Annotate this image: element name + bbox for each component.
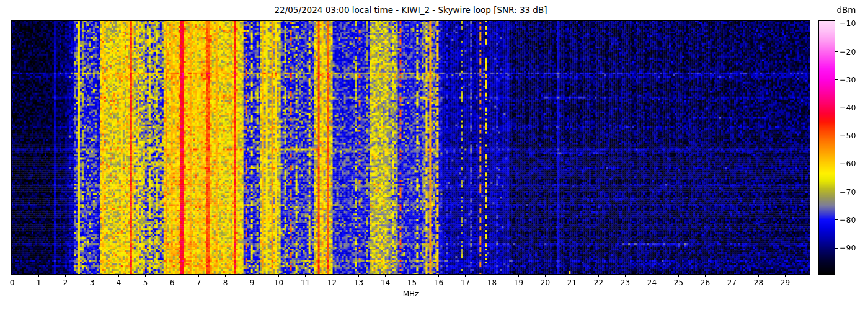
x-axis-tick-label: 22: [588, 278, 610, 287]
colorbar-tick-label: −90: [839, 243, 856, 252]
plot-title: 22/05/2024 03:00 local time - KIWI_2 - S…: [11, 5, 810, 15]
colorbar-tick-label: −80: [839, 215, 856, 224]
x-axis-tick: [572, 275, 572, 277]
x-axis-tick-label: 19: [508, 278, 530, 287]
x-axis-tick: [65, 275, 66, 277]
x-axis-tick-label: 27: [721, 278, 743, 287]
x-axis-tick: [12, 275, 12, 277]
x-axis-tick: [652, 275, 652, 277]
colorbar-label: dBm: [831, 5, 861, 15]
x-axis-tick: [92, 275, 92, 277]
colorbar-tick-label: −10: [839, 19, 856, 28]
x-axis-tick-label: 2: [55, 278, 77, 287]
x-axis-tick: [678, 275, 679, 277]
x-axis-tick: [785, 275, 786, 277]
x-axis-tick-label: 10: [268, 278, 290, 287]
x-axis-tick-label: 12: [321, 278, 343, 287]
x-axis-tick: [225, 275, 226, 277]
colorbar-tick-label: −60: [839, 159, 856, 168]
x-axis-tick: [518, 275, 519, 277]
x-axis-tick-label: 13: [348, 278, 370, 287]
colorbar-tick: [835, 219, 838, 220]
x-axis-tick: [732, 275, 732, 277]
x-axis-tick: [332, 275, 332, 277]
x-axis-tick-label: 29: [774, 278, 797, 287]
colorbar-tick-label: −70: [839, 187, 856, 197]
x-axis-tick-label: 6: [161, 278, 184, 287]
x-axis-tick-label: 16: [428, 278, 450, 287]
colorbar-tick-label: −20: [839, 47, 856, 56]
x-axis-tick: [38, 275, 39, 277]
x-axis-tick-label: 28: [748, 278, 770, 287]
x-axis-tick: [705, 275, 706, 277]
x-axis-tick-label: 26: [694, 278, 717, 287]
x-axis-tick: [305, 275, 306, 277]
colorbar-tick: [835, 192, 838, 192]
colorbar-tick: [835, 24, 838, 24]
colorbar-tick: [835, 79, 838, 80]
x-axis-tick: [438, 275, 439, 277]
x-axis-tick-label: 15: [401, 278, 423, 287]
x-axis-tick: [198, 275, 199, 277]
colorbar-tick-label: −40: [839, 103, 856, 112]
x-axis-tick: [172, 275, 172, 277]
x-axis-tick: [625, 275, 626, 277]
x-axis-tick: [412, 275, 412, 277]
x-axis-tick-label: 11: [294, 278, 317, 287]
x-axis-tick-label: 0: [1, 278, 24, 287]
x-axis-tick: [385, 275, 386, 277]
x-axis-tick: [118, 275, 119, 277]
x-axis-tick-label: 9: [241, 278, 264, 287]
colorbar-tick: [835, 136, 838, 136]
colorbar-tick-label: −30: [839, 75, 856, 84]
x-axis-tick-label: 17: [454, 278, 477, 287]
x-axis-tick-label: 20: [534, 278, 557, 287]
x-axis-tick: [758, 275, 759, 277]
x-axis-tick-label: 7: [188, 278, 210, 287]
colorbar-tick: [835, 108, 838, 108]
x-axis-tick: [278, 275, 279, 277]
colorbar-tick: [835, 248, 838, 249]
x-axis-tick-label: 23: [614, 278, 637, 287]
x-axis-label: MHz: [11, 290, 810, 298]
x-axis-tick: [492, 275, 492, 277]
x-axis-tick: [545, 275, 546, 277]
x-axis-tick-label: 25: [668, 278, 690, 287]
x-axis-tick-label: 1: [28, 278, 50, 287]
x-axis-tick: [252, 275, 252, 277]
spectrogram-plot: [11, 20, 810, 275]
x-axis-tick: [145, 275, 146, 277]
x-axis-tick-label: 5: [135, 278, 157, 287]
colorbar-canvas: [818, 20, 835, 275]
x-axis-tick-label: 14: [374, 278, 397, 287]
x-axis-tick: [598, 275, 599, 277]
x-axis-tick-label: 8: [215, 278, 237, 287]
x-axis-tick-label: 24: [641, 278, 663, 287]
x-axis-tick: [358, 275, 359, 277]
x-axis-tick-label: 3: [81, 278, 104, 287]
spectrogram-canvas: [11, 20, 810, 275]
x-axis-tick: [465, 275, 466, 277]
colorbar-tick: [835, 164, 838, 164]
x-axis-tick-label: 4: [108, 278, 130, 287]
colorbar-tick: [835, 51, 838, 52]
x-axis-tick-label: 21: [561, 278, 583, 287]
x-axis-tick-label: 18: [481, 278, 503, 287]
colorbar-tick-label: −50: [839, 131, 856, 140]
